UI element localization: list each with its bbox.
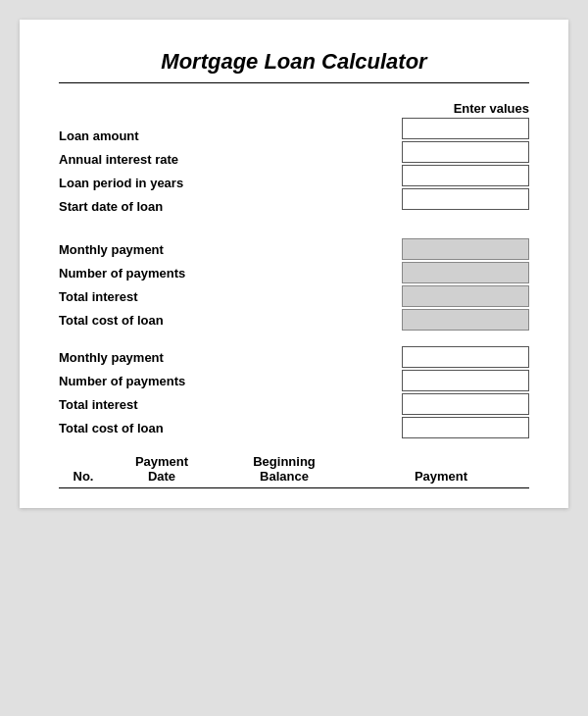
main-page: Mortgage Loan Calculator Loan amount Ann… [20,20,568,508]
label-total-cost-2: Total cost of loan [59,417,185,440]
th-beginning-balance-line2: Balance [260,469,309,484]
label-annual-interest-rate: Annual interest rate [59,148,183,172]
section-inputs: Loan amount Annual interest rate Loan pe… [59,101,529,219]
inputs-col-1: Enter values [402,101,529,212]
th-beginning-balance: Beginning Balance [216,454,353,484]
page-title: Mortgage Loan Calculator [59,49,529,75]
monthly-payment-output-2[interactable] [402,346,529,368]
label-number-of-payments-2: Number of payments [59,370,185,393]
label-loan-amount: Loan amount [59,125,183,148]
start-date-input[interactable] [402,188,529,210]
label-total-cost-1: Total cost of loan [59,309,185,332]
number-of-payments-output-1 [402,262,529,283]
loan-amount-input[interactable] [402,118,529,139]
th-payment-date: Payment Date [108,454,216,484]
label-monthly-payment-2: Monthly payment [59,346,185,370]
annual-interest-rate-input[interactable] [402,141,529,163]
label-loan-period: Loan period in years [59,172,183,195]
total-cost-output-2[interactable] [402,417,529,438]
th-payment-date-line2: Date [148,469,175,484]
total-cost-output-1 [402,309,529,331]
number-of-payments-output-2[interactable] [402,370,529,391]
th-payment: Payment [353,469,529,484]
labels-col-1: Loan amount Annual interest rate Loan pe… [59,101,183,219]
monthly-payment-output-1 [402,238,529,260]
th-payment-date-line1: Payment [135,454,188,469]
inputs-group-3 [402,346,529,440]
label-monthly-payment-1: Monthly payment [59,238,185,262]
title-divider [59,82,529,83]
label-number-of-payments-1: Number of payments [59,262,185,285]
labels-col-3: Monthly payment Number of payments Total… [59,346,185,440]
th-no: No. [59,469,108,484]
inputs-col-2 [402,238,529,332]
labels-col-2: Monthly payment Number of payments Total… [59,238,185,332]
th-beginning-balance-line1: Beginning [253,454,316,469]
enter-values-header: Enter values [454,101,529,116]
inputs-col-3 [402,346,529,440]
loan-period-input[interactable] [402,165,529,186]
section-outputs-2: Monthly payment Number of payments Total… [59,346,529,440]
table-section: No. Payment Date Beginning Balance Payme… [59,454,529,488]
section-outputs-1: Monthly payment Number of payments Total… [59,238,529,332]
label-total-interest-2: Total interest [59,393,185,417]
label-start-date: Start date of loan [59,195,183,219]
inputs-group-1 [402,118,529,212]
table-header-row: No. Payment Date Beginning Balance Payme… [59,454,529,488]
inputs-group-2 [402,238,529,332]
total-interest-output-1 [402,285,529,307]
total-interest-output-2[interactable] [402,393,529,415]
label-total-interest-1: Total interest [59,285,185,309]
